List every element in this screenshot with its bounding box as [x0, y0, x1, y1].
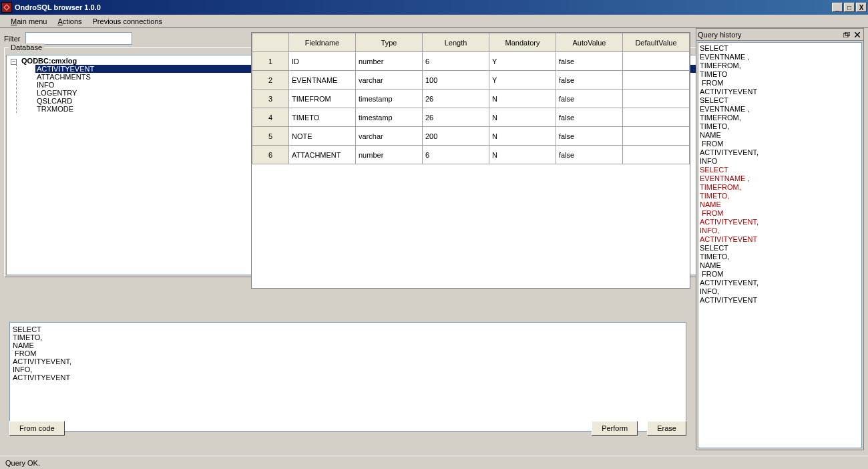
rownum-header: [252, 33, 289, 52]
table-row[interactable]: 3TIMEFROMtimestamp26Nfalse: [252, 90, 690, 108]
cell-autovalue: false: [556, 146, 623, 164]
perform-button[interactable]: Perform: [592, 421, 638, 436]
history-entry[interactable]: SELECT EVENTNAME , TIMEFROM, TIMETO, NAM…: [700, 96, 860, 166]
menubar: Main menu Actions Previous connections: [0, 15, 868, 28]
cell-fieldname: ATTACHMENT: [289, 146, 356, 164]
titlebar: OndroSQL browser 1.0.0 _ □ X: [0, 0, 868, 15]
cell-fieldname: TIMEFROM: [289, 90, 356, 108]
col-defaultvalue[interactable]: DefaultValue: [623, 33, 690, 52]
rownum-cell: 3: [252, 90, 289, 108]
cell-mandatory: N: [489, 127, 556, 146]
maximize-button[interactable]: □: [844, 3, 855, 12]
cell-fieldname: NOTE: [289, 127, 356, 146]
rownum-cell: 6: [252, 146, 289, 164]
rownum-cell: 4: [252, 108, 289, 127]
cell-fieldname: EVENTNAME: [289, 71, 356, 90]
cell-type: number: [356, 146, 423, 164]
erase-button[interactable]: Erase: [647, 421, 686, 436]
cell-mandatory: N: [489, 146, 556, 164]
cell-mandatory: Y: [489, 52, 556, 71]
query-editor[interactable]: [9, 322, 686, 432]
history-header: Query history: [696, 29, 863, 41]
cell-mandatory: N: [489, 108, 556, 127]
statusbar: Query OK.: [0, 456, 868, 469]
table-row[interactable]: 2EVENTNAMEvarchar100Yfalse: [252, 71, 690, 90]
cell-defaultvalue: [623, 127, 690, 146]
history-title: Query history: [698, 31, 741, 39]
cell-length: 6: [423, 146, 489, 164]
rownum-cell: 1: [252, 52, 289, 71]
table-row[interactable]: 4TIMETOtimestamp26Nfalse: [252, 108, 690, 127]
col-autovalue[interactable]: AutoValue: [556, 33, 623, 52]
history-entry[interactable]: SELECT TIMETO, NAME FROM ACTIVITYEVENT, …: [700, 244, 860, 305]
cell-type: number: [356, 52, 423, 71]
cell-autovalue: false: [556, 108, 623, 127]
minimize-button[interactable]: _: [832, 3, 843, 12]
cell-length: 6: [423, 52, 489, 71]
col-fieldname[interactable]: Fieldname: [289, 33, 356, 52]
cell-length: 26: [423, 108, 489, 127]
table-row[interactable]: 6ATTACHMENTnumber6Nfalse: [252, 146, 690, 164]
cell-length: 200: [423, 127, 489, 146]
restore-icon[interactable]: [842, 31, 851, 39]
table-row[interactable]: 1IDnumber6Yfalse: [252, 52, 690, 71]
cell-defaultvalue: [623, 52, 690, 71]
cell-length: 26: [423, 90, 489, 108]
col-type[interactable]: Type: [356, 33, 423, 52]
cell-autovalue: false: [556, 127, 623, 146]
rownum-cell: 2: [252, 71, 289, 90]
window-controls: _ □ X: [831, 3, 868, 12]
query-history-panel: Query history SELECT EVENTNAME , TIMEFRO…: [696, 28, 864, 450]
history-list[interactable]: SELECT EVENTNAME , TIMEFROM, TIMETO FROM…: [698, 42, 862, 448]
cell-autovalue: false: [556, 71, 623, 90]
table-row[interactable]: 5NOTEvarchar200Nfalse: [252, 127, 690, 146]
cell-type: timestamp: [356, 108, 423, 127]
col-length[interactable]: Length: [423, 33, 489, 52]
history-entry[interactable]: SELECT EVENTNAME , TIMEFROM, TIMETO, NAM…: [700, 166, 860, 244]
cell-fieldname: ID: [289, 52, 356, 71]
cell-mandatory: N: [489, 90, 556, 108]
status-text: Query OK.: [5, 459, 40, 467]
history-entry[interactable]: SELECT EVENTNAME , TIMEFROM, TIMETO FROM…: [700, 44, 860, 96]
cell-defaultvalue: [623, 146, 690, 164]
cell-defaultvalue: [623, 71, 690, 90]
close-panel-icon[interactable]: [853, 31, 862, 39]
cell-type: timestamp: [356, 90, 423, 108]
menu-previous-connections[interactable]: Previous connections: [87, 16, 168, 27]
buttons-row: From code Perform Erase: [9, 421, 686, 436]
app-icon: [1, 2, 12, 13]
tree-root-label: QODBC:cmxlog: [21, 57, 77, 65]
menu-main[interactable]: Main menu: [5, 16, 52, 27]
fields-table-container: Fieldname Type Length Mandatory AutoValu…: [251, 32, 690, 289]
cell-type: varchar: [356, 71, 423, 90]
cell-fieldname: TIMETO: [289, 108, 356, 127]
window-title: OndroSQL browser 1.0.0: [15, 3, 101, 11]
cell-autovalue: false: [556, 90, 623, 108]
cell-mandatory: Y: [489, 71, 556, 90]
cell-autovalue: false: [556, 52, 623, 71]
rownum-cell: 5: [252, 127, 289, 146]
menu-actions[interactable]: Actions: [52, 16, 87, 27]
cell-defaultvalue: [623, 108, 690, 127]
col-mandatory[interactable]: Mandatory: [489, 33, 556, 52]
close-button[interactable]: X: [856, 3, 867, 12]
cell-length: 100: [423, 71, 489, 90]
from-code-button[interactable]: From code: [9, 421, 65, 436]
tree-toggle-icon[interactable]: −: [11, 59, 17, 65]
cell-type: varchar: [356, 127, 423, 146]
filter-label: Filter: [4, 35, 20, 43]
fields-table: Fieldname Type Length Mandatory AutoValu…: [252, 33, 690, 164]
cell-defaultvalue: [623, 90, 690, 108]
